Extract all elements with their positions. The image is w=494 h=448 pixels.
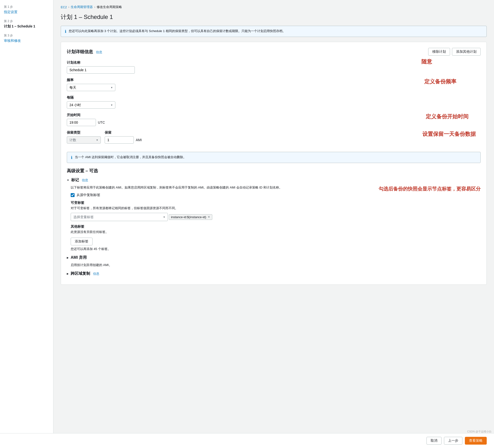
add-tag-section: 添加标签 您还可以再添加 45 个标签。 [71,238,481,251]
breadcrumb: EC2 › 生命周期管理器 › 修改生命周期策略 [61,5,487,9]
tag-chip-remove[interactable]: ✕ [208,215,210,219]
sidebar-step-3-link[interactable]: 审核和修改 [4,39,21,42]
breadcrumb-ec2[interactable]: EC2 [61,5,67,9]
ami-deprecation-title: AMI 弃用 [71,255,87,260]
sidebar-step-2-current: 计划 1 – Schedule 1 [4,24,49,29]
info-box-text: 当一个 AMI 达到保留阈值时，它会被取消注册，并且其备份快照会被自动删除。 [75,155,186,159]
panel-actions: 移除计划 添加其他计划 [428,48,481,56]
ami-deprecation-content: 启用按计划弃用创建的 AMI。 [67,263,481,267]
retention-type-select-wrapper: 计数 年龄 [67,136,101,144]
main-content: EC2 › 生命周期管理器 › 修改生命周期策略 计划 1 – Schedule… [53,0,494,448]
variable-tags-desc: 对于可变标签，所有资源都将记相同的标签，但标签值因源资源不同而不同。 [71,206,481,210]
advanced-title: 高级设置 – 可选 [67,168,481,174]
copy-tags-wrapper: 从源中复制标签 [71,193,481,197]
retention-field: 保留 AMI [105,130,142,144]
retention-label: 保留 [105,130,142,135]
tags-description: 以下标签将应用于此策略创建的 AMI。如果您启用跨区域复制，则标签将不会应用于复… [71,185,481,190]
variable-tags-select-wrapper: 选择变量标签 instance-id:$(instance-id) [71,213,168,221]
frequency-label: 频率 [67,78,481,82]
panel-title: 计划详细信息 [67,49,93,54]
cross-region-header[interactable]: ▶ 跨区域复制 信息 [67,271,481,276]
start-time-label: 开始时间 [67,113,481,117]
breadcrumb-sep-2: › [94,5,95,9]
schedule-name-label: 计划名称 [67,61,481,65]
sidebar-step-1: 第 1 步 指定设置 [4,5,49,14]
ami-deprecation-collapsible: ▶ AMI 弃用 启用按计划弃用创建的 AMI。 [67,255,481,267]
add-schedule-button[interactable]: 添加其他计划 [452,48,481,56]
tags-arrow-icon: ▼ [67,179,69,182]
remove-schedule-button[interactable]: 移除计划 [428,48,450,56]
variable-tags-label: 可变标签 [71,201,481,205]
tags-title: 标记 [71,178,79,183]
retention-row: 保留类型 计数 年龄 保留 AMI [67,130,481,148]
start-time-input[interactable] [67,119,96,126]
every-select-wrapper: 24 小时 12 小时 6 小时 [67,101,115,109]
sidebar-step-3: 第 3 步 审核和修改 [4,34,49,43]
ami-deprecation-arrow-icon: ▶ [67,256,69,259]
every-label: 每隔 [67,96,481,100]
info-icon: ℹ [65,29,66,34]
sidebar-step-1-label: 第 1 步 [4,5,49,9]
info-box: ℹ 当一个 AMI 达到保留阈值时，它会被取消注册，并且其备份快照会被自动删除。 [67,152,481,163]
panel-header: 计划详细信息 信息 移除计划 添加其他计划 [67,48,481,56]
ami-deprecation-desc: 启用按计划弃用创建的 AMI。 [71,263,481,267]
copy-tags-label[interactable]: 从源中复制标签 [76,193,100,197]
watermark: CSDN @干运维小白 [467,430,492,434]
retention-type-label: 保留类型 [67,130,101,135]
ami-deprecation-header[interactable]: ▶ AMI 弃用 [67,255,481,260]
cross-region-title: 跨区域复制 [71,271,90,276]
form-panel: 计划详细信息 信息 移除计划 添加其他计划 计划名称 随意 [61,42,487,285]
breadcrumb-sep-1: › [68,5,69,9]
frequency-select[interactable]: 每天 每周 每月 自定义 [67,84,115,91]
start-time-field: 开始时间 UTC [67,113,481,126]
other-tags-section: 其他标签 此资源没有关联任何标签。 [71,224,481,234]
other-tags-label: 其他标签 [71,224,481,229]
other-tags-empty: 此资源没有关联任何标签。 [71,230,481,234]
breadcrumb-current: 修改生命周期策略 [97,5,122,9]
schedule-name-field: 计划名称 [67,61,481,74]
add-tag-button[interactable]: 添加标签 [71,238,93,245]
sidebar-step-3-label: 第 3 步 [4,34,49,38]
breadcrumb-lifecycle[interactable]: 生命周期管理器 [71,5,93,9]
tags-collapsible: ▼ 标记 信息 以下标签将应用于此策略创建的 AMI。如果您启用跨区域复制，则标… [67,178,481,251]
frequency-field: 频率 每天 每周 每月 自定义 [67,78,481,91]
review-button[interactable]: 查看策略 [465,437,487,445]
footer: 取消 上一步 查看策略 [0,433,494,448]
panel-info-link[interactable]: 信息 [96,50,102,54]
info-banner-text: 您还可以向此策略再添加 3 个计划。这些计划必须具有与 Schedule 1 相… [69,29,286,33]
utc-label: UTC [98,121,105,124]
retention-type-select[interactable]: 计数 年龄 [67,136,101,144]
every-select[interactable]: 24 小时 12 小时 6 小时 [67,101,115,109]
copy-tags-checkbox[interactable] [71,193,74,197]
sidebar-step-1-link[interactable]: 指定设置 [4,10,17,14]
tag-chip-text: instance-id:$(instance-id) [171,215,206,219]
cross-region-arrow-icon: ▶ [67,272,69,275]
variable-tags-section: 可变标签 对于可变标签，所有资源都将记相同的标签，但标签值因源资源不同而不同。 … [71,201,481,221]
tags-content: 以下标签将应用于此策略创建的 AMI。如果您启用跨区域复制，则标签将不会应用于复… [67,185,481,251]
retention-type-field: 保留类型 计数 年龄 [67,130,101,144]
schedule-name-input[interactable] [67,66,135,74]
sidebar-step-2: 第 2 步 计划 1 – Schedule 1 [4,19,49,29]
panel-title-group: 计划详细信息 信息 [67,49,102,55]
retention-value-group: AMI [105,136,142,144]
sidebar: 第 1 步 指定设置 第 2 步 计划 1 – Schedule 1 第 3 步… [0,0,53,448]
tags-info-link[interactable]: 信息 [82,178,88,182]
cross-region-info-link[interactable]: 信息 [93,272,99,276]
tags-collapsible-header[interactable]: ▼ 标记 信息 [67,178,481,183]
add-tag-note: 您还可以再添加 45 个标签。 [71,247,481,251]
back-button[interactable]: 上一步 [444,437,462,445]
variable-tags-select[interactable]: 选择变量标签 instance-id:$(instance-id) [71,213,168,221]
ami-label: AMI [136,138,142,142]
retention-input[interactable] [105,136,134,144]
every-field: 每隔 24 小时 12 小时 6 小时 [67,96,481,109]
sidebar-step-2-label: 第 2 步 [4,19,49,23]
info-banner: ℹ 您还可以向此策略再添加 3 个计划。这些计划必须具有与 Schedule 1… [61,26,487,37]
cross-region-collapsible: ▶ 跨区域复制 信息 [67,271,481,276]
page-title: 计划 1 – Schedule 1 [61,13,487,21]
frequency-select-wrapper: 每天 每周 每月 自定义 [67,84,115,91]
cancel-button[interactable]: 取消 [426,437,442,445]
tag-chip: instance-id:$(instance-id) ✕ [169,214,212,220]
info-box-icon: ℹ [71,155,72,160]
start-time-group: UTC [67,119,481,126]
advanced-section: 高级设置 – 可选 ▼ 标记 信息 以下标签将应用于此策略创建的 AMI。如果您… [67,168,481,276]
